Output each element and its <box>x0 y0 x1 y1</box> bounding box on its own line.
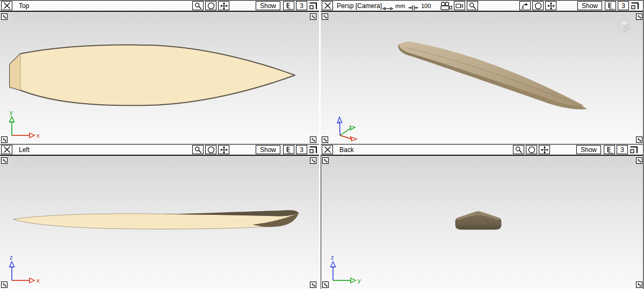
board-left-view <box>0 156 319 289</box>
board-deck-edge-left <box>161 210 299 216</box>
resize-handle-icon[interactable] <box>310 281 316 288</box>
axis-label-vertical: z <box>331 254 334 261</box>
maximize-viewport-icon[interactable] <box>631 2 640 10</box>
maximize-viewport-icon[interactable] <box>629 146 639 154</box>
axis-label-horizontal: y <box>358 277 361 284</box>
board-tail-underside-left <box>252 213 299 227</box>
axis-label-horizontal: x <box>37 132 40 139</box>
board-deck-ridge <box>407 48 582 106</box>
movie-camera-icon[interactable] <box>440 2 453 13</box>
resize-handle-icon[interactable] <box>636 13 642 20</box>
pan-icon[interactable] <box>218 145 229 154</box>
maximize-viewport-icon[interactable] <box>309 2 318 10</box>
view-3-button[interactable]: 3 <box>296 145 307 154</box>
axis-gizmo: y x <box>1 109 49 141</box>
viewport-top-canvas[interactable]: y x <box>0 12 319 144</box>
pan-icon[interactable] <box>539 145 550 154</box>
show-button[interactable]: Show <box>576 145 601 154</box>
lens-value: 100 <box>421 3 431 9</box>
close-viewport-icon[interactable] <box>322 145 333 154</box>
viewport-top-header: Top Show 3 <box>0 0 319 12</box>
board-back-view <box>321 156 644 289</box>
ruler-icon[interactable] <box>283 145 294 154</box>
ellipse-icon[interactable] <box>526 145 537 154</box>
viewport-back-canvas[interactable]: z y <box>321 156 644 289</box>
view-cube-icon[interactable] <box>618 19 631 33</box>
axis-gizmo: z x <box>1 254 49 286</box>
viewport-title: Top <box>19 2 29 10</box>
close-viewport-icon[interactable] <box>1 1 12 10</box>
ruler-icon[interactable] <box>283 1 294 10</box>
view-3-button[interactable]: 3 <box>296 1 307 10</box>
viewport-persp: Persp [Camera] mm 100 Show 3 <box>321 0 644 144</box>
viewport-title: Left <box>19 146 30 154</box>
ellipse-icon[interactable] <box>205 145 216 154</box>
resize-handle-icon[interactable] <box>1 136 8 143</box>
rotate-view-icon[interactable] <box>519 1 531 10</box>
axis-gizmo: z y <box>322 254 371 286</box>
viewport-title: Persp [Camera] <box>337 2 382 10</box>
quad-view-workspace: Top Show 3 y x <box>0 0 644 289</box>
camera-icon[interactable] <box>454 1 465 10</box>
board-section-ridge <box>457 212 500 220</box>
board-section-edges <box>462 213 495 229</box>
zoom-icon[interactable] <box>467 1 478 10</box>
resize-handle-icon[interactable] <box>636 157 642 164</box>
resize-handle-icon[interactable] <box>1 157 8 164</box>
viewport-persp-canvas[interactable] <box>321 12 644 144</box>
viewport-left: Left Show 3 z x <box>0 144 319 289</box>
maximize-viewport-icon[interactable] <box>309 146 318 154</box>
viewport-top: Top Show 3 y x <box>0 0 319 144</box>
board-top-view <box>0 12 319 144</box>
axis-label-vertical: z <box>10 254 13 261</box>
resize-handle-icon[interactable] <box>322 281 329 288</box>
viewport-back: Back Show 3 z <box>321 144 644 289</box>
ellipse-icon[interactable] <box>205 1 216 10</box>
viewport-persp-header: Persp [Camera] mm 100 Show 3 <box>321 0 644 12</box>
close-viewport-icon[interactable] <box>322 1 333 10</box>
close-viewport-icon[interactable] <box>1 145 12 154</box>
resize-handle-icon[interactable] <box>322 157 329 164</box>
resize-handle-icon[interactable] <box>1 281 8 288</box>
zoom-icon[interactable] <box>513 145 524 154</box>
zoom-icon[interactable] <box>192 145 204 154</box>
view-3-button[interactable]: 3 <box>617 145 628 154</box>
resize-handle-icon[interactable] <box>310 136 316 143</box>
resize-handle-icon[interactable] <box>310 157 316 164</box>
board-profile-left <box>13 213 299 229</box>
show-button[interactable]: Show <box>256 145 280 154</box>
axis-label-vertical: y <box>10 109 13 115</box>
view-3-button[interactable]: 3 <box>618 1 629 10</box>
resize-handle-icon[interactable] <box>636 281 642 288</box>
viewport-back-header: Back Show 3 <box>321 144 644 156</box>
viewport-left-header: Left Show 3 <box>0 144 319 156</box>
ellipse-icon[interactable] <box>532 1 544 10</box>
board-outline-top <box>10 45 295 106</box>
axis-gizmo <box>326 112 364 142</box>
board-persp-view <box>321 12 644 144</box>
axis-label-horizontal: x <box>37 277 40 284</box>
units-label: mm <box>395 3 405 9</box>
board-section-back <box>455 212 502 230</box>
pan-icon[interactable] <box>545 1 556 10</box>
resize-handle-icon[interactable] <box>636 136 642 143</box>
board-deck-persp <box>399 41 584 106</box>
zoom-icon[interactable] <box>192 1 204 10</box>
viewport-title: Back <box>339 146 354 154</box>
show-button[interactable]: Show <box>577 1 602 10</box>
pan-icon[interactable] <box>218 1 229 10</box>
ruler-icon[interactable] <box>604 145 615 154</box>
resize-handle-icon[interactable] <box>322 136 328 143</box>
resize-handle-icon[interactable] <box>322 13 328 20</box>
ruler-icon[interactable] <box>605 1 616 10</box>
board-rail-persp <box>398 42 588 110</box>
board-tail-facet <box>10 54 20 90</box>
show-button[interactable]: Show <box>256 1 280 10</box>
resize-handle-icon[interactable] <box>310 13 316 20</box>
viewport-left-canvas[interactable]: z x <box>0 156 319 289</box>
resize-handle-icon[interactable] <box>1 13 8 20</box>
